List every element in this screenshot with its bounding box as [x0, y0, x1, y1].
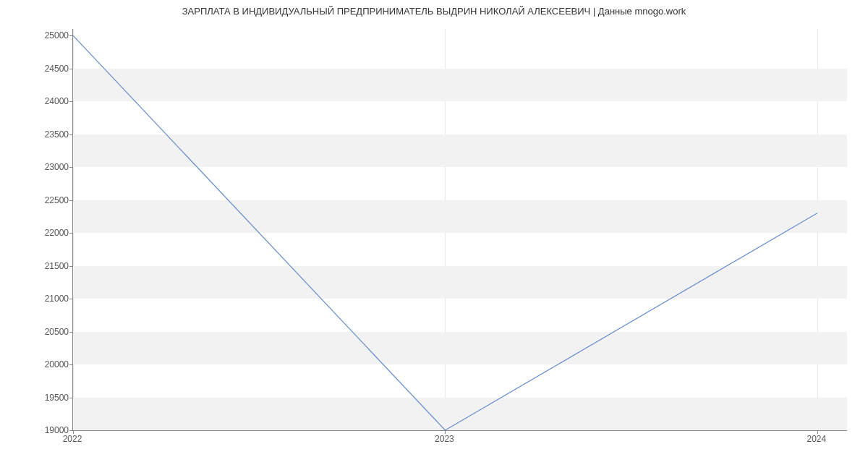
- y-tick-label: 22500: [25, 195, 69, 205]
- y-tick-mark: [69, 299, 73, 299]
- y-tick-label: 24000: [25, 96, 69, 106]
- y-tick-mark: [69, 233, 73, 234]
- y-tick-mark: [69, 266, 73, 267]
- y-tick-mark: [69, 200, 73, 201]
- y-tick-label: 22000: [25, 228, 69, 238]
- chart-line: [73, 35, 817, 430]
- y-tick-label: 19500: [25, 393, 69, 403]
- plot-area: [72, 29, 847, 431]
- y-tick-label: 21000: [25, 294, 69, 304]
- x-tick-label: 2022: [63, 434, 82, 444]
- chart-line-layer: [73, 29, 847, 430]
- y-tick-label: 20500: [25, 327, 69, 337]
- chart-title: ЗАРПЛАТА В ИНДИВИДУАЛЬНЫЙ ПРЕДПРИНИМАТЕЛ…: [0, 6, 868, 17]
- y-tick-label: 23000: [25, 162, 69, 172]
- y-tick-mark: [69, 35, 73, 36]
- y-tick-mark: [69, 69, 73, 69]
- y-tick-mark: [69, 398, 73, 398]
- x-tick-label: 2024: [807, 434, 826, 444]
- chart-container: ЗАРПЛАТА В ИНДИВИДУАЛЬНЫЙ ПРЕДПРИНИМАТЕЛ…: [0, 0, 868, 470]
- y-tick-label: 25000: [25, 30, 69, 40]
- y-tick-mark: [69, 167, 73, 168]
- y-tick-mark: [69, 332, 73, 333]
- y-tick-mark: [69, 101, 73, 102]
- y-tick-mark: [69, 134, 73, 135]
- y-tick-label: 20000: [25, 359, 69, 369]
- y-tick-label: 21500: [25, 261, 69, 271]
- x-tick-label: 2023: [435, 434, 454, 444]
- y-tick-mark: [69, 364, 73, 365]
- y-tick-label: 23500: [25, 129, 69, 140]
- y-tick-label: 24500: [25, 64, 69, 74]
